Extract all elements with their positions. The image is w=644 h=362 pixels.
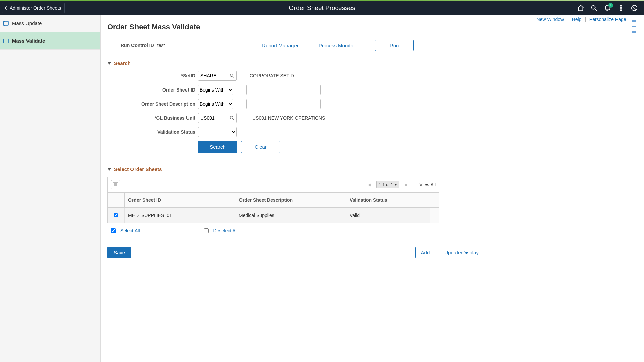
run-button[interactable]: Run (375, 40, 414, 51)
order-sheet-desc-label: Order Sheet Description (127, 101, 198, 107)
gl-bu-desc: US001 NEW YORK OPERATIONS (252, 115, 325, 121)
setid-label: *SetID (127, 73, 198, 78)
run-control-label: Run Control ID (121, 43, 154, 48)
svg-point-0 (592, 6, 595, 9)
search-section-toggle[interactable]: Search (107, 60, 638, 66)
page-title: Order Sheet Mass Validate (107, 23, 638, 32)
col-select (108, 193, 125, 208)
col-order-sheet-id[interactable]: Order Sheet ID (125, 193, 235, 208)
grid-prev-icon[interactable]: ◄ (367, 182, 372, 187)
report-manager-link[interactable]: Report Manager (262, 43, 298, 48)
layout-icon[interactable] (632, 18, 637, 22)
header-title: Order Sheet Processes (289, 4, 355, 12)
row-checkbox[interactable] (114, 213, 118, 217)
view-all-link[interactable]: View All (419, 182, 436, 187)
update-display-button[interactable]: Update/Display (439, 247, 484, 258)
main-content: New Window | Help | Personalize Page | O… (101, 15, 644, 362)
svg-point-2 (621, 8, 622, 9)
triangle-down-icon (107, 167, 111, 171)
sidebar: Mass Update Mass Validate (0, 15, 101, 362)
page-links: New Window | Help | Personalize Page | (534, 17, 637, 22)
clear-button[interactable]: Clear (241, 141, 280, 153)
select-all-checkbox[interactable] (111, 228, 116, 233)
lookup-icon[interactable] (229, 73, 235, 78)
process-monitor-link[interactable]: Process Monitor (319, 43, 355, 48)
page-icon (3, 21, 9, 26)
validation-status-label: Validation Status (127, 129, 198, 135)
cell-order-sheet-id: MED_SUPPLIES_01 (125, 208, 235, 223)
page-icon (3, 38, 9, 44)
sidebar-item-mass-update[interactable]: Mass Update (0, 15, 100, 32)
select-all-link[interactable]: Select All (111, 228, 140, 233)
grid-next-icon[interactable]: ► (404, 182, 409, 187)
help-link[interactable]: Help (570, 17, 584, 22)
select-controls: Select All Deselect All (111, 228, 638, 233)
run-control-row: Run Control ID test Report Manager Proce… (121, 40, 638, 51)
order-sheet-id-operator[interactable]: Begins With (198, 85, 233, 95)
save-button[interactable]: Save (107, 247, 131, 258)
chevron-down-icon: ▾ (395, 182, 397, 187)
deselect-all-link[interactable]: Deselect All (204, 228, 238, 233)
col-spacer (430, 193, 439, 208)
col-order-sheet-desc[interactable]: Order Sheet Description (235, 193, 346, 208)
table-row: MED_SUPPLIES_01 Medical Supplies Valid (108, 208, 439, 223)
select-heading: Select Order Sheets (114, 166, 162, 172)
back-button[interactable]: Administer Order Sheets (2, 3, 65, 13)
order-sheet-desc-operator[interactable]: Begins With (198, 99, 233, 109)
notification-badge: 1 (608, 3, 613, 8)
sidebar-item-label: Mass Update (12, 20, 42, 26)
chevron-left-icon (4, 6, 8, 10)
order-sheet-id-input[interactable] (246, 85, 321, 95)
svg-rect-7 (4, 39, 8, 43)
svg-point-3 (621, 10, 622, 11)
search-heading: Search (114, 60, 131, 66)
footer-buttons: Save Add Update/Display (107, 247, 484, 258)
add-button[interactable]: Add (415, 247, 436, 258)
sidebar-item-label: Mass Validate (12, 38, 45, 44)
setid-desc: CORPORATE SETID (250, 73, 294, 78)
select-section-toggle[interactable]: Select Order Sheets (107, 166, 638, 172)
order-sheet-desc-input[interactable] (246, 99, 321, 109)
col-validation-status[interactable]: Validation Status (346, 193, 430, 208)
back-button-label: Administer Order Sheets (10, 5, 61, 11)
search-icon[interactable] (590, 4, 598, 12)
triangle-down-icon (107, 61, 111, 65)
grid-page-indicator[interactable]: 1-1 of 1▾ (376, 181, 399, 188)
svg-rect-6 (4, 21, 5, 25)
svg-rect-5 (4, 21, 8, 25)
lookup-icon[interactable] (229, 115, 235, 121)
block-icon[interactable] (631, 4, 638, 12)
svg-point-1 (621, 5, 622, 6)
validation-status-select[interactable] (198, 127, 237, 137)
order-sheet-id-label: Order Sheet ID (127, 87, 198, 93)
notification-icon[interactable]: 1 (604, 4, 611, 12)
svg-rect-8 (4, 39, 5, 43)
search-button[interactable]: Search (198, 141, 237, 153)
svg-point-9 (230, 74, 233, 77)
grid-personalize-icon[interactable] (111, 180, 120, 189)
cell-order-sheet-desc: Medical Supplies (235, 208, 346, 223)
header-icons: 1 (577, 4, 644, 12)
sidebar-item-mass-validate[interactable]: Mass Validate (0, 32, 100, 50)
svg-point-10 (230, 116, 233, 119)
cell-validation-status: Valid (346, 208, 430, 223)
run-control-value: test (157, 43, 165, 48)
deselect-all-checkbox[interactable] (204, 228, 209, 233)
personalize-link[interactable]: Personalize Page (587, 17, 628, 22)
search-form: *SetID CORPORATE SETID Order Sheet ID Be… (127, 71, 638, 153)
table-header-row: Order Sheet ID Order Sheet Description V… (108, 193, 439, 208)
home-icon[interactable] (577, 4, 584, 12)
order-sheet-grid: ◄ 1-1 of 1▾ ► | View All Order Sheet ID … (107, 177, 439, 223)
app-header: Administer Order Sheets Order Sheet Proc… (0, 1, 644, 15)
gl-bu-label: *GL Business Unit (127, 115, 198, 121)
more-icon[interactable] (617, 4, 625, 12)
new-window-link[interactable]: New Window (534, 17, 566, 22)
